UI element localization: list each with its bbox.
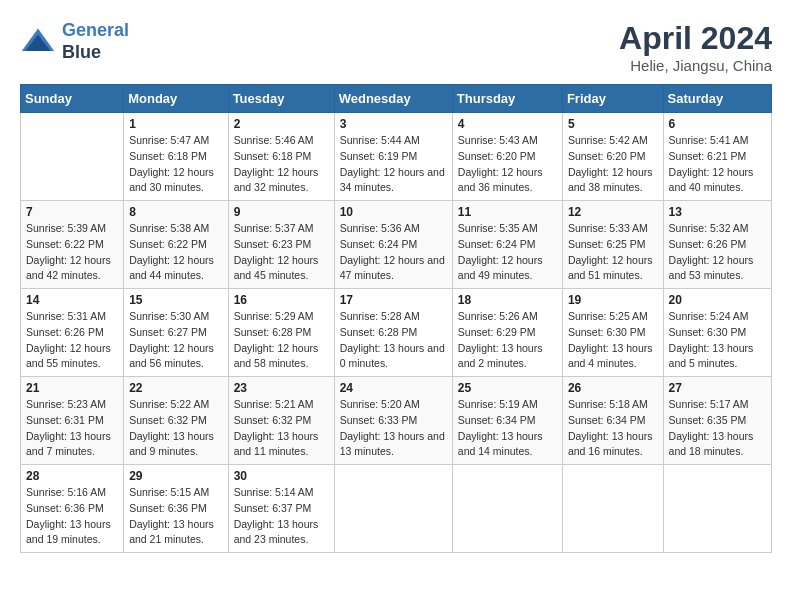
day-number: 11 <box>458 205 557 219</box>
logo-line1: General <box>62 20 129 40</box>
day-number: 2 <box>234 117 329 131</box>
day-info: Sunrise: 5:28 AMSunset: 6:28 PMDaylight:… <box>340 309 447 372</box>
col-header-thursday: Thursday <box>452 85 562 113</box>
day-info: Sunrise: 5:38 AMSunset: 6:22 PMDaylight:… <box>129 221 222 284</box>
day-info: Sunrise: 5:21 AMSunset: 6:32 PMDaylight:… <box>234 397 329 460</box>
day-number: 18 <box>458 293 557 307</box>
day-number: 16 <box>234 293 329 307</box>
day-info: Sunrise: 5:26 AMSunset: 6:29 PMDaylight:… <box>458 309 557 372</box>
day-info: Sunrise: 5:46 AMSunset: 6:18 PMDaylight:… <box>234 133 329 196</box>
day-number: 9 <box>234 205 329 219</box>
day-info: Sunrise: 5:35 AMSunset: 6:24 PMDaylight:… <box>458 221 557 284</box>
calendar-cell: 29Sunrise: 5:15 AMSunset: 6:36 PMDayligh… <box>124 465 228 553</box>
day-number: 20 <box>669 293 766 307</box>
day-info: Sunrise: 5:37 AMSunset: 6:23 PMDaylight:… <box>234 221 329 284</box>
day-info: Sunrise: 5:14 AMSunset: 6:37 PMDaylight:… <box>234 485 329 548</box>
day-number: 5 <box>568 117 658 131</box>
header-row: SundayMondayTuesdayWednesdayThursdayFrid… <box>21 85 772 113</box>
calendar-cell: 10Sunrise: 5:36 AMSunset: 6:24 PMDayligh… <box>334 201 452 289</box>
calendar-cell: 6Sunrise: 5:41 AMSunset: 6:21 PMDaylight… <box>663 113 771 201</box>
day-info: Sunrise: 5:36 AMSunset: 6:24 PMDaylight:… <box>340 221 447 284</box>
calendar-cell <box>452 465 562 553</box>
calendar-cell: 18Sunrise: 5:26 AMSunset: 6:29 PMDayligh… <box>452 289 562 377</box>
calendar-cell: 20Sunrise: 5:24 AMSunset: 6:30 PMDayligh… <box>663 289 771 377</box>
month-year: April 2024 <box>619 20 772 57</box>
col-header-monday: Monday <box>124 85 228 113</box>
calendar-cell <box>562 465 663 553</box>
day-info: Sunrise: 5:29 AMSunset: 6:28 PMDaylight:… <box>234 309 329 372</box>
day-number: 30 <box>234 469 329 483</box>
day-number: 22 <box>129 381 222 395</box>
day-number: 29 <box>129 469 222 483</box>
day-number: 4 <box>458 117 557 131</box>
calendar-table: SundayMondayTuesdayWednesdayThursdayFrid… <box>20 84 772 553</box>
calendar-body: 1Sunrise: 5:47 AMSunset: 6:18 PMDaylight… <box>21 113 772 553</box>
day-info: Sunrise: 5:23 AMSunset: 6:31 PMDaylight:… <box>26 397 118 460</box>
calendar-cell: 25Sunrise: 5:19 AMSunset: 6:34 PMDayligh… <box>452 377 562 465</box>
day-number: 12 <box>568 205 658 219</box>
day-number: 6 <box>669 117 766 131</box>
day-info: Sunrise: 5:32 AMSunset: 6:26 PMDaylight:… <box>669 221 766 284</box>
day-number: 1 <box>129 117 222 131</box>
calendar-cell: 21Sunrise: 5:23 AMSunset: 6:31 PMDayligh… <box>21 377 124 465</box>
day-info: Sunrise: 5:44 AMSunset: 6:19 PMDaylight:… <box>340 133 447 196</box>
calendar-cell: 16Sunrise: 5:29 AMSunset: 6:28 PMDayligh… <box>228 289 334 377</box>
day-info: Sunrise: 5:33 AMSunset: 6:25 PMDaylight:… <box>568 221 658 284</box>
calendar-cell: 7Sunrise: 5:39 AMSunset: 6:22 PMDaylight… <box>21 201 124 289</box>
calendar-cell: 2Sunrise: 5:46 AMSunset: 6:18 PMDaylight… <box>228 113 334 201</box>
day-number: 28 <box>26 469 118 483</box>
day-info: Sunrise: 5:20 AMSunset: 6:33 PMDaylight:… <box>340 397 447 460</box>
day-info: Sunrise: 5:30 AMSunset: 6:27 PMDaylight:… <box>129 309 222 372</box>
calendar-row-4: 28Sunrise: 5:16 AMSunset: 6:36 PMDayligh… <box>21 465 772 553</box>
calendar-cell: 17Sunrise: 5:28 AMSunset: 6:28 PMDayligh… <box>334 289 452 377</box>
col-header-wednesday: Wednesday <box>334 85 452 113</box>
calendar-cell: 14Sunrise: 5:31 AMSunset: 6:26 PMDayligh… <box>21 289 124 377</box>
day-info: Sunrise: 5:39 AMSunset: 6:22 PMDaylight:… <box>26 221 118 284</box>
day-number: 14 <box>26 293 118 307</box>
calendar-cell: 5Sunrise: 5:42 AMSunset: 6:20 PMDaylight… <box>562 113 663 201</box>
day-info: Sunrise: 5:22 AMSunset: 6:32 PMDaylight:… <box>129 397 222 460</box>
day-info: Sunrise: 5:25 AMSunset: 6:30 PMDaylight:… <box>568 309 658 372</box>
day-number: 17 <box>340 293 447 307</box>
calendar-cell <box>663 465 771 553</box>
col-header-tuesday: Tuesday <box>228 85 334 113</box>
day-info: Sunrise: 5:24 AMSunset: 6:30 PMDaylight:… <box>669 309 766 372</box>
calendar-cell <box>21 113 124 201</box>
logo-line2: Blue <box>62 42 129 64</box>
day-number: 19 <box>568 293 658 307</box>
calendar-row-1: 7Sunrise: 5:39 AMSunset: 6:22 PMDaylight… <box>21 201 772 289</box>
calendar-cell: 26Sunrise: 5:18 AMSunset: 6:34 PMDayligh… <box>562 377 663 465</box>
calendar-row-2: 14Sunrise: 5:31 AMSunset: 6:26 PMDayligh… <box>21 289 772 377</box>
day-number: 27 <box>669 381 766 395</box>
calendar-cell: 8Sunrise: 5:38 AMSunset: 6:22 PMDaylight… <box>124 201 228 289</box>
logo-text: General Blue <box>62 20 129 63</box>
day-info: Sunrise: 5:42 AMSunset: 6:20 PMDaylight:… <box>568 133 658 196</box>
calendar-cell: 27Sunrise: 5:17 AMSunset: 6:35 PMDayligh… <box>663 377 771 465</box>
calendar-cell: 28Sunrise: 5:16 AMSunset: 6:36 PMDayligh… <box>21 465 124 553</box>
calendar-cell: 23Sunrise: 5:21 AMSunset: 6:32 PMDayligh… <box>228 377 334 465</box>
day-info: Sunrise: 5:17 AMSunset: 6:35 PMDaylight:… <box>669 397 766 460</box>
day-number: 15 <box>129 293 222 307</box>
day-number: 24 <box>340 381 447 395</box>
calendar-cell: 30Sunrise: 5:14 AMSunset: 6:37 PMDayligh… <box>228 465 334 553</box>
title-block: April 2024 Helie, Jiangsu, China <box>619 20 772 74</box>
day-number: 23 <box>234 381 329 395</box>
day-number: 3 <box>340 117 447 131</box>
day-info: Sunrise: 5:31 AMSunset: 6:26 PMDaylight:… <box>26 309 118 372</box>
day-number: 13 <box>669 205 766 219</box>
calendar-row-3: 21Sunrise: 5:23 AMSunset: 6:31 PMDayligh… <box>21 377 772 465</box>
page-header: General Blue April 2024 Helie, Jiangsu, … <box>20 20 772 74</box>
col-header-saturday: Saturday <box>663 85 771 113</box>
logo-icon <box>20 24 56 60</box>
calendar-cell: 4Sunrise: 5:43 AMSunset: 6:20 PMDaylight… <box>452 113 562 201</box>
col-header-sunday: Sunday <box>21 85 124 113</box>
calendar-cell: 22Sunrise: 5:22 AMSunset: 6:32 PMDayligh… <box>124 377 228 465</box>
calendar-cell: 15Sunrise: 5:30 AMSunset: 6:27 PMDayligh… <box>124 289 228 377</box>
day-number: 26 <box>568 381 658 395</box>
calendar-cell: 24Sunrise: 5:20 AMSunset: 6:33 PMDayligh… <box>334 377 452 465</box>
day-number: 25 <box>458 381 557 395</box>
calendar-row-0: 1Sunrise: 5:47 AMSunset: 6:18 PMDaylight… <box>21 113 772 201</box>
day-info: Sunrise: 5:16 AMSunset: 6:36 PMDaylight:… <box>26 485 118 548</box>
calendar-cell: 1Sunrise: 5:47 AMSunset: 6:18 PMDaylight… <box>124 113 228 201</box>
day-info: Sunrise: 5:43 AMSunset: 6:20 PMDaylight:… <box>458 133 557 196</box>
